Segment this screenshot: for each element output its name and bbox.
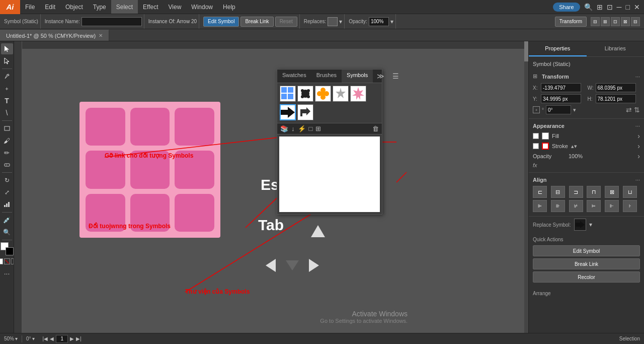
align-icon-1[interactable]: ⊟ (591, 17, 600, 26)
edit-symbol-button[interactable]: Edit Symbol (203, 17, 239, 27)
fx-button[interactable]: fx (533, 162, 640, 168)
selection-tool[interactable] (1, 43, 13, 54)
distribute-center-v[interactable]: ⊩ (605, 200, 619, 212)
panel-tab-more[interactable]: ≫ (373, 70, 388, 83)
zoom-tool[interactable]: 🔍 (1, 227, 13, 238)
paintbrush-tool[interactable]: 🖌 (1, 135, 13, 146)
grid-icon[interactable]: ⊞ (597, 3, 603, 11)
replaces-dropdown[interactable]: ▾ (339, 18, 342, 25)
replace-symbol-preview[interactable] (574, 219, 586, 231)
opacity-expand[interactable]: › (637, 152, 640, 160)
search-icon[interactable]: 🔍 (584, 3, 593, 11)
vertical-scrollbar[interactable] (524, 41, 528, 333)
artboard-number[interactable] (56, 335, 68, 343)
symbol-item-arrow-right[interactable] (280, 104, 296, 120)
align-right[interactable]: ⊐ (569, 186, 583, 198)
vertical-scroll-thumb[interactable] (524, 41, 528, 61)
flip-h-icon[interactable]: ⇄ (626, 106, 632, 114)
align-top[interactable]: ⊓ (587, 186, 601, 198)
line-tool[interactable]: \ (1, 107, 13, 118)
doc-tab[interactable]: Untitled-1* @ 50 % (CMYK/Preview) ✕ (0, 30, 109, 41)
graph-tool[interactable] (1, 199, 13, 210)
pen-tool[interactable] (1, 71, 13, 82)
symbol-libraries-icon[interactable]: 📚 (280, 125, 288, 132)
stroke-color-swatch[interactable] (542, 143, 549, 150)
delete-symbol-icon[interactable]: 🗑 (372, 125, 379, 132)
angle-stepper[interactable]: ▾ (573, 107, 576, 113)
duplicate-symbol-icon[interactable]: ⊞ (315, 125, 321, 132)
align-expand[interactable]: ··· (635, 177, 640, 183)
align-icon-5[interactable]: ⊟ (631, 17, 640, 26)
transform-expand[interactable]: ··· (635, 74, 640, 80)
maximize-icon[interactable]: □ (626, 3, 630, 11)
align-bottom[interactable]: ⊔ (623, 186, 637, 198)
replaces-swatch[interactable] (328, 17, 338, 26)
align-icon-4[interactable]: ⊠ (621, 17, 630, 26)
direct-selection-tool[interactable] (1, 55, 13, 66)
brushes-tab[interactable]: Brushes (311, 70, 342, 83)
break-link-icon[interactable]: ⚡ (298, 125, 306, 132)
artboard-prev[interactable]: ◀ (50, 336, 54, 341)
menu-file[interactable]: File (20, 0, 40, 14)
replace-symbol-dropdown[interactable]: ▾ (589, 221, 592, 228)
symbol-item-arrow-bend[interactable] (297, 104, 313, 120)
stroke-stepper[interactable]: ▴▾ (571, 143, 577, 150)
rectangle-tool[interactable] (1, 123, 13, 134)
place-symbol-icon[interactable]: ↓ (291, 125, 295, 132)
h-input[interactable] (596, 94, 636, 103)
symbol-item-4[interactable] (333, 86, 349, 102)
zoom-select[interactable]: 50% ▾ (4, 336, 18, 341)
nav-left-arrow[interactable] (266, 259, 276, 272)
eyedropper-tool[interactable]: 💉 (1, 215, 13, 226)
angle-input[interactable] (546, 105, 571, 114)
flip-v-icon[interactable]: ⇅ (634, 106, 640, 114)
zoom-dropdown[interactable]: ▾ (15, 336, 18, 341)
opacity-input[interactable] (369, 17, 389, 26)
align-icon-3[interactable]: ⊡ (611, 17, 620, 26)
eraser-tool[interactable] (1, 159, 13, 170)
none-icon[interactable] (4, 258, 10, 264)
opacity-stepper[interactable]: ▾ (390, 18, 393, 25)
scale-tool[interactable]: ⤢ (1, 187, 13, 198)
break-link-qa-button[interactable]: Break Link (533, 258, 640, 269)
properties-tab[interactable]: Properties (529, 41, 587, 56)
artboard-first[interactable]: |◀ (43, 336, 48, 341)
pencil-tool[interactable]: ✏ (1, 147, 13, 158)
symbol-item-3[interactable] (315, 86, 331, 102)
menu-window[interactable]: Window (186, 0, 218, 14)
panel-menu-icon[interactable]: ☰ (388, 70, 403, 83)
menu-object[interactable]: Object (60, 0, 88, 14)
menu-help[interactable]: Help (218, 0, 240, 14)
rotate-tool[interactable]: ↻ (1, 175, 13, 186)
transform-crosshair[interactable]: + (533, 106, 540, 113)
artboard-last[interactable]: ▶| (76, 336, 82, 341)
distribute-left[interactable]: ⊫ (533, 200, 547, 212)
break-link-button[interactable]: Break Link (240, 17, 273, 27)
angle-select[interactable]: 0° ▾ (26, 336, 35, 341)
new-symbol-icon[interactable]: □ (309, 125, 313, 132)
align-center-v[interactable]: ⊠ (605, 186, 619, 198)
more-tools[interactable]: ··· (4, 269, 10, 278)
share-button[interactable]: Share (553, 3, 580, 12)
libraries-tab[interactable]: Libraries (587, 41, 645, 56)
angle-dropdown[interactable]: ▾ (32, 336, 35, 341)
align-icon-2[interactable]: ⊞ (601, 17, 610, 26)
add-anchor-tool[interactable]: + (1, 83, 13, 94)
fill-icon[interactable] (0, 258, 3, 264)
nav-right-arrow[interactable] (309, 259, 319, 272)
menu-view[interactable]: View (164, 0, 187, 14)
type-tool[interactable]: T (1, 95, 13, 106)
doc-tab-close[interactable]: ✕ (99, 33, 103, 38)
symbol-item-2[interactable] (297, 86, 313, 102)
menu-effect[interactable]: Effect (138, 0, 163, 14)
stroke-expand[interactable]: › (637, 142, 640, 150)
fill-color-swatch[interactable] (542, 132, 549, 140)
background-color[interactable] (6, 247, 14, 255)
menu-select[interactable]: Select (111, 0, 138, 14)
swatches-tab[interactable]: Swatches (277, 70, 311, 83)
layout-icon[interactable]: ⊡ (607, 3, 613, 11)
symbol-item-1[interactable] (280, 86, 296, 102)
distribute-right[interactable]: ⊬ (569, 200, 583, 212)
close-icon[interactable]: ✕ (634, 3, 640, 11)
align-center-h[interactable]: ⊟ (551, 186, 565, 198)
